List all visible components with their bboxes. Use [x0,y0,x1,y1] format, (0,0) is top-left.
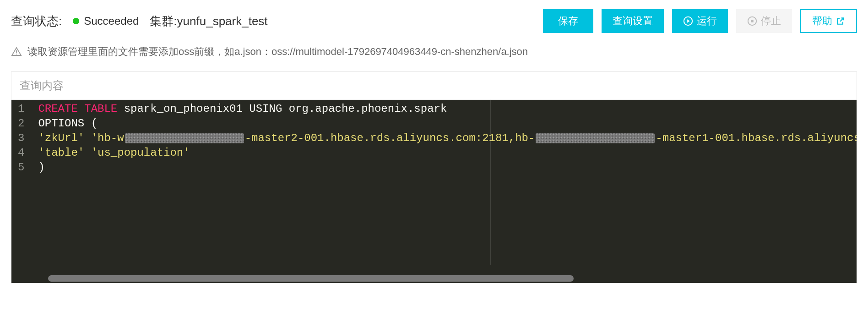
warning-icon [11,46,22,57]
query-box: 查询内容 12345 CREATE TABLE spark_on_phoenix… [11,71,857,283]
status-group: Succeeded [73,15,139,27]
line-number: 3 [18,131,24,146]
stop-button[interactable]: 停止 [736,9,792,33]
query-settings-button[interactable]: 查询设置 [602,9,664,33]
code-line[interactable]: ) [38,160,857,175]
hint-bar: 读取资源管理里面的文件需要添加oss前缀，如a.json：oss://multi… [0,38,868,66]
line-number: 1 [18,102,24,116]
editor-gutter: 12345 [11,100,31,274]
query-status-label: 查询状态: [11,13,62,29]
header-left: 查询状态: Succeeded 集群:yunfu_spark_test [11,13,268,29]
status-text: Succeeded [84,15,139,27]
code-line[interactable]: OPTIONS ( [38,116,857,131]
code-line[interactable]: 'zkUrl' 'hb-wxxxxxxxxxxxxxxxxx-master2-0… [38,131,857,146]
cluster-label: 集群:yunfu_spark_test [150,13,267,29]
editor-code-area[interactable]: CREATE TABLE spark_on_phoenix01 USING or… [31,100,857,274]
scrollbar-thumb[interactable] [48,275,574,282]
save-button[interactable]: 保存 [543,9,593,33]
button-group: 保存 查询设置 运行 停止 帮助 [543,9,857,33]
stop-icon [747,16,757,26]
line-number: 4 [18,146,24,160]
hint-text: 读取资源管理里面的文件需要添加oss前缀，如a.json：oss://multi… [27,45,528,59]
horizontal-scrollbar[interactable] [48,274,857,283]
line-number: 2 [18,116,24,131]
line-number: 5 [18,160,24,175]
code-line[interactable]: CREATE TABLE spark_on_phoenix01 USING or… [38,102,857,116]
query-content-title: 查询内容 [11,72,857,100]
run-button[interactable]: 运行 [672,9,728,33]
status-dot-icon [73,18,79,24]
svg-point-4 [16,54,17,54]
print-margin [490,100,491,265]
redacted-text: xxxxxxxxxxxxxxxxx [125,133,244,143]
code-editor[interactable]: 12345 CREATE TABLE spark_on_phoenix01 US… [11,100,857,283]
help-button[interactable]: 帮助 [800,9,857,33]
svg-rect-2 [751,20,754,22]
code-line[interactable]: 'table' 'us_population' [38,146,857,160]
external-link-icon [836,16,845,26]
play-icon [683,16,693,26]
redacted-text: xxxxxxxxxxxxxxxxx [536,133,655,143]
header-bar: 查询状态: Succeeded 集群:yunfu_spark_test 保存 查… [0,0,868,38]
